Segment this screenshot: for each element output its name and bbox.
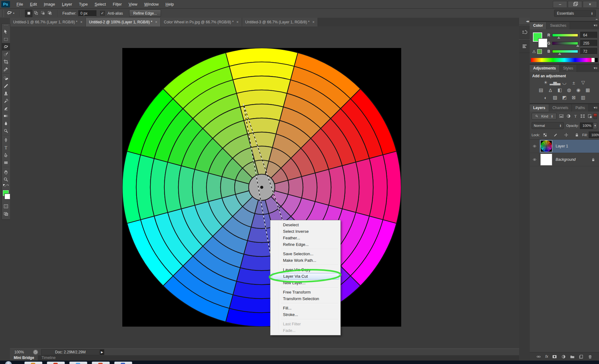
lock-transparency-button[interactable] [541, 133, 549, 137]
panel-menu-icon[interactable]: ▾≡ [594, 23, 597, 27]
layers-tab-paths[interactable]: Paths [572, 104, 589, 112]
opacity-dropdown-icon[interactable]: ▼ [593, 122, 597, 129]
lock-all-button[interactable] [573, 133, 581, 137]
channel-value-r[interactable]: 64 [580, 32, 597, 38]
levels-icon[interactable]: ▂▅▃ [550, 79, 560, 86]
eye-icon[interactable] [532, 158, 537, 161]
menu-view[interactable]: View [125, 0, 141, 8]
blur-tool[interactable] [2, 120, 10, 127]
adobe-drive-icon[interactable] [33, 350, 38, 355]
add-adjustment-layer-button[interactable] [561, 354, 566, 359]
new-group-button[interactable] [570, 354, 575, 359]
tool-preset-button[interactable]: ▾ [7, 10, 14, 17]
refine-edge-button[interactable]: Refine Edge... [129, 10, 161, 17]
eyedropper-tool[interactable] [2, 65, 10, 73]
start-button[interactable] [5, 361, 12, 364]
context-menu-item-free-transform[interactable]: Free Transform [272, 289, 339, 295]
subtract-from-selection-button[interactable] [39, 10, 46, 17]
layer-style-button[interactable]: fx [545, 354, 548, 359]
color-tab-color[interactable]: Color [530, 22, 547, 29]
exposure-icon[interactable]: ± [569, 79, 578, 86]
layer-thumbnail[interactable] [541, 154, 552, 165]
background-color-well[interactable] [5, 194, 10, 199]
menu-select[interactable]: Select [91, 0, 109, 8]
collapse-dock-button[interactable]: ◀◀ [519, 18, 530, 25]
delete-layer-button[interactable] [588, 354, 592, 359]
document-tab-2[interactable]: Untitled-2 @ 100% (Layer 1, RGB/8) *× [86, 18, 161, 26]
context-menu-item-save-selection[interactable]: Save Selection... [272, 251, 339, 257]
layer-row-layer-1[interactable]: Layer 1 [530, 140, 599, 153]
white-swatch[interactable] [592, 58, 595, 62]
brightness-contrast-icon[interactable]: ☀ [541, 79, 550, 86]
menu-layer[interactable]: Layer [59, 0, 76, 8]
taskbar-button[interactable] [24, 362, 42, 364]
channel-value-g[interactable]: 255 [580, 40, 597, 46]
context-menu-item-layer-via-copy[interactable]: Layer Via Copy [272, 266, 339, 273]
photoshop-logo[interactable]: Ps [1, 1, 10, 7]
type-tool[interactable]: T [2, 144, 10, 151]
screen-mode-tool[interactable] [2, 210, 10, 218]
menu-edit[interactable]: Edit [27, 0, 40, 8]
context-menu-item-select-inverse[interactable]: Select Inverse [272, 228, 339, 235]
path-selection-tool[interactable] [2, 151, 10, 159]
hue-saturation-icon[interactable]: ▤ [536, 86, 546, 94]
blend-mode-dropdown[interactable]: Normal ▲▼ [532, 122, 564, 129]
color-lookup-icon[interactable]: ▦ [583, 86, 592, 94]
panel-menu-icon[interactable]: ▾≡ [594, 106, 597, 110]
taskbar-button[interactable] [92, 362, 110, 364]
lock-image-button[interactable] [552, 133, 559, 137]
new-layer-button[interactable] [579, 354, 583, 359]
photo-filter-icon[interactable]: ◍ [564, 86, 574, 94]
taskbar-button[interactable] [114, 362, 132, 364]
properties-panel-button[interactable] [519, 39, 530, 53]
layer-thumbnail[interactable] [541, 141, 552, 152]
rectangle-tool[interactable] [2, 159, 10, 166]
document-tab-1[interactable]: Untitled-1 @ 66.7% (Layer 1, RGB/8) *× [10, 18, 86, 26]
crop-tool[interactable] [2, 58, 10, 65]
status-arrow-button[interactable]: ▶ [100, 349, 104, 355]
bottom-tab-timeline[interactable]: Timeline [38, 355, 59, 361]
layers-tab-channels[interactable]: Channels [549, 104, 572, 112]
anti-alias-checkbox[interactable]: ✓ [100, 11, 105, 16]
context-menu-item-layer-via-cut[interactable]: Layer Via Cut [272, 273, 339, 280]
close-button[interactable]: × [583, 1, 597, 8]
new-selection-button[interactable] [25, 10, 32, 17]
slider-thumb[interactable] [558, 53, 561, 55]
context-menu-item-fill[interactable]: Fill... [272, 305, 339, 311]
move-tool[interactable] [2, 28, 10, 36]
eye-icon[interactable] [532, 144, 537, 148]
kind-adjustment-filter-button[interactable] [566, 114, 571, 119]
black-swatch[interactable] [595, 58, 598, 62]
quick-mask-tool[interactable] [2, 203, 10, 210]
background-color-swatch[interactable] [538, 39, 547, 47]
add-layer-mask-button[interactable] [552, 354, 557, 359]
hand-tool[interactable] [2, 168, 10, 176]
invert-icon[interactable]: ◐ [541, 94, 550, 101]
slider-thumb[interactable] [576, 45, 579, 47]
vibrance-icon[interactable]: ▽ [578, 79, 588, 86]
kind-type-filter-button[interactable]: T [573, 114, 578, 119]
context-menu-item-make-work-path[interactable]: Make Work Path... [272, 257, 339, 264]
kind-image-filter-button[interactable] [559, 114, 564, 119]
quick-selection-tool[interactable] [2, 50, 10, 58]
gradient-map-icon[interactable]: ⊠ [569, 94, 578, 101]
restore-button[interactable] [568, 1, 582, 8]
opacity-value[interactable]: 100% [580, 122, 593, 129]
document-tab-3[interactable]: Color Wheel in Ps.jpg @ 66.7% (RGB/8) *× [161, 18, 242, 26]
polygonal-lasso-tool[interactable] [2, 43, 10, 50]
workspace-switcher[interactable]: Essentials ▲▼ [554, 10, 596, 17]
channel-slider-g[interactable] [552, 42, 578, 45]
slider-thumb[interactable] [557, 36, 560, 39]
brush-tool[interactable] [2, 82, 10, 90]
dock-header[interactable]: ▸▸ [530, 18, 599, 21]
close-tab-icon[interactable]: × [236, 20, 239, 24]
color-balance-icon[interactable]: ∆ [546, 86, 555, 94]
close-tab-icon[interactable]: × [80, 20, 82, 24]
context-menu-item-transform-selection[interactable]: Transform Selection [272, 295, 339, 302]
layer-row-background[interactable]: Background [530, 153, 599, 166]
dodge-tool[interactable] [2, 127, 10, 135]
threshold-icon[interactable]: ◩ [560, 94, 569, 101]
taskbar-button[interactable] [69, 362, 87, 364]
adjustments-tab-styles[interactable]: Styles [560, 65, 577, 72]
feather-input[interactable]: 0 px [78, 10, 96, 17]
